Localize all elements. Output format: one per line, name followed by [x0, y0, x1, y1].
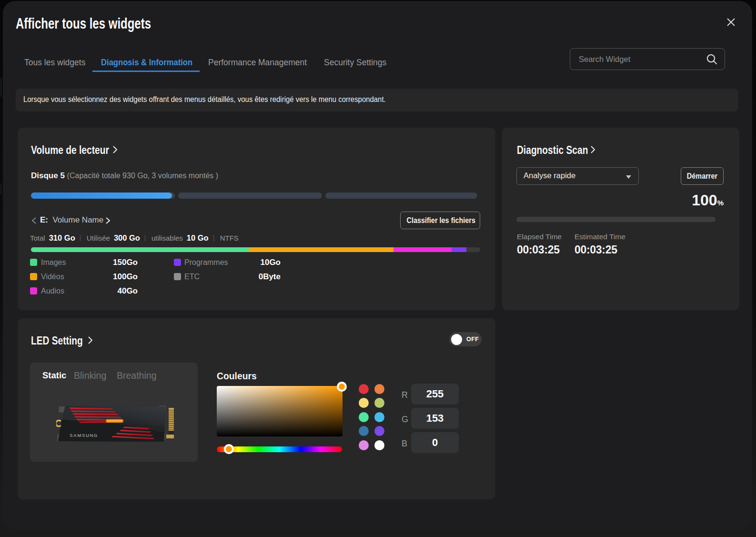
svg-text:SAMSUNG: SAMSUNG: [70, 433, 98, 438]
